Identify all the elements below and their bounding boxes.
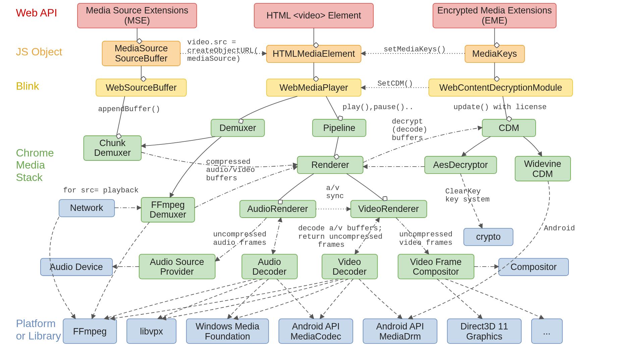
ann-createurl-3: mediaSource) (187, 55, 240, 63)
arrow-renderer-to-videorenderer (347, 174, 384, 200)
lbl-mediasource-2: SourceBuffer (115, 53, 168, 63)
ann-compressed-1: compressed (206, 158, 251, 166)
ann-update: update() with license (453, 103, 547, 111)
lbl-eme-1: Encrypted Media Extensions (437, 5, 552, 15)
lbl-pipeline: Pipeline (323, 123, 356, 133)
lbl-libvpx: libvpx (140, 326, 163, 336)
arrow-demuxer-to-chunk (141, 137, 215, 146)
lbl-asp-2: Provider (160, 267, 194, 277)
arrow-wsb-to-chunkdemuxer (117, 96, 125, 136)
lbl-chunkdemuxer-2: Demuxer (94, 148, 131, 158)
lbl-audiorenderer: AudioRenderer (247, 204, 308, 214)
ann-decode-1: decode a/v buffers; (298, 224, 382, 233)
lbl-mse-2: (MSE) (124, 15, 150, 26)
lbl-mediadrm-1: Android API (376, 321, 424, 331)
lbl-htmlmedia: HTMLMediaElement (273, 49, 355, 59)
lbl-more: ... (543, 326, 550, 336)
arrow-cdm-to-widevine (523, 137, 542, 156)
ann-uncaudio-1: uncompressed (213, 230, 266, 239)
lbl-audiodevice: Audio Device (50, 262, 103, 272)
diagram-canvas: Web API JS Object Blink Chrome Media Sta… (0, 0, 644, 362)
lbl-compositor: Compositor (511, 262, 557, 272)
lbl-mediacodec-1: Android API (292, 321, 339, 331)
arrow-vdec-mediadrm (359, 279, 402, 319)
lbl-demuxer: Demuxer (219, 123, 256, 133)
arrow-vdec-libvpx (162, 279, 343, 319)
lbl-videodecoder-2: Decoder (332, 267, 367, 277)
ann-setmediakeys: setMediaKeys() (384, 45, 446, 54)
ann-appendbuffer: appendBuffer() (98, 105, 160, 114)
lbl-widevine-1: Widevine (524, 159, 561, 169)
lbl-audiodecoder-2: Decoder (252, 267, 286, 277)
lbl-webcdm: WebContentDecryptionModule (439, 83, 562, 93)
ann-clearkey-1: ClearKey (445, 187, 481, 196)
lbl-wmf-2: Foundation (205, 331, 250, 342)
ann-decode-3: frames (318, 241, 344, 249)
lbl-mediadrm-2: MediaDrm (379, 331, 421, 342)
lbl-renderer: Renderer (311, 160, 349, 170)
layer-platform-2: or Library (16, 330, 61, 342)
arrow-renderer-to-audiorenderer (279, 174, 314, 200)
lbl-eme-2: (EME) (482, 15, 507, 26)
lbl-chunkdemuxer-1: Chunk (99, 138, 125, 148)
arrow-wmp-to-demuxer (240, 96, 298, 120)
lbl-ffmpegdemuxer-2: Demuxer (150, 210, 186, 220)
arrow-cdm-to-aes (462, 137, 491, 156)
arrow-vfc-d3d (437, 279, 482, 319)
arrow-vdec-mediacodec (320, 279, 353, 319)
ann-uncaudio-2: audio frames (213, 239, 266, 247)
lbl-ffmpegdemuxer-1: FFmpeg (151, 200, 184, 210)
ann-createurl-2: createObjectURL( (187, 47, 258, 55)
lbl-ffmpeg: FFmpeg (73, 326, 107, 336)
arrow-vfc-more (445, 279, 544, 319)
layer-cms-2: Media (16, 159, 45, 171)
lbl-wmf-1: Windows Media (196, 321, 259, 331)
arrow-adec-mediacodec (277, 279, 314, 319)
lbl-vfc-2: Compositor (413, 267, 459, 277)
lbl-cdm: CDM (499, 123, 519, 133)
ann-setcdm: SetCDM() (377, 80, 413, 88)
layer-cms-3: Stack (16, 171, 43, 183)
ann-avsync-2: sync (326, 192, 344, 200)
lbl-crypto: crypto (476, 232, 500, 242)
lbl-webmediaplayer: WebMediaPlayer (279, 83, 348, 93)
layer-cms-1: Chrome (16, 146, 54, 159)
ann-forsrc: for src= playback (63, 186, 139, 195)
lbl-d3d-1: Direct3D 11 (461, 321, 508, 331)
layer-platform-1: Platform (16, 317, 56, 329)
lbl-widevine-2: CDM (532, 169, 553, 179)
lbl-vfc-1: Video Frame (410, 257, 462, 267)
lbl-videorenderer: VideoRenderer (358, 204, 419, 214)
ann-clearkey-2: key system (445, 195, 490, 204)
arrow-vdec-ffmpeg (110, 279, 338, 319)
ann-decrypt-2: (decode) (392, 126, 427, 134)
ann-decrypt-1: decrypt (392, 118, 423, 126)
ann-compressed-2: audio/video (206, 166, 255, 174)
lbl-audiodecoder-1: Audio (258, 257, 281, 267)
layer-web-api: Web API (16, 7, 57, 19)
lbl-aesdecryptor: AesDecryptor (433, 160, 488, 170)
ann-playpause: play(),pause().. (342, 103, 414, 111)
lbl-video-el: HTML <video> Element (267, 10, 361, 20)
ann-avsync-1: a/v (326, 184, 339, 192)
layer-js-object: JS Object (16, 46, 62, 58)
lbl-network: Network (70, 203, 103, 213)
lbl-mse-1: Media Source Extensions (86, 5, 188, 15)
ann-android: Android (544, 224, 575, 233)
lbl-websourcebuffer: WebSourceBuffer (106, 83, 177, 93)
ann-compressed-3: buffers (206, 174, 237, 183)
lbl-d3d-2: Graphics (466, 331, 502, 342)
arrow-pipeline-to-renderer (334, 137, 338, 156)
arrow-vdec-wmf (234, 279, 348, 319)
layer-blink: Blink (16, 80, 39, 92)
ann-decrypt-3: buffers (392, 134, 423, 142)
arrow-audiorenderer-audiodecoder (273, 218, 281, 254)
ann-createurl-1: video.src = (187, 38, 236, 47)
lbl-mediasource-1: MediaSource (115, 43, 168, 53)
ann-uncvideo-1: uncompressed (399, 230, 452, 239)
ann-decode-2: return uncompressed (298, 232, 382, 241)
lbl-mediacodec-2: MediaCodec (290, 331, 341, 342)
arrow-wmp-to-pipeline (326, 96, 338, 120)
lbl-videodecoder-1: Video (338, 257, 361, 267)
lbl-asp-1: Audio Source (150, 257, 204, 267)
